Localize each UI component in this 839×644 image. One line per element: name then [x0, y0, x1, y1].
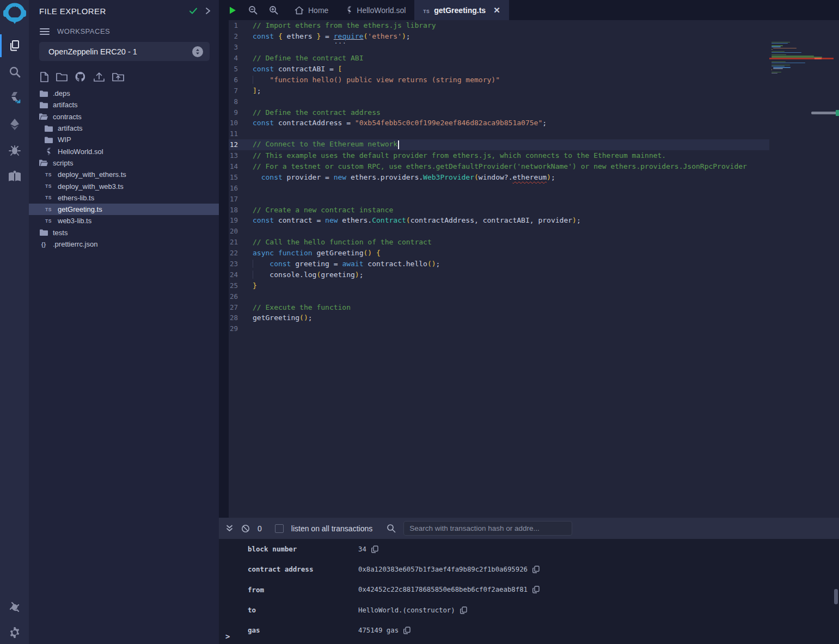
- line-number: 22: [229, 249, 253, 257]
- line-number: 21: [229, 238, 253, 246]
- code-line-9[interactable]: 9// Define the contract address: [229, 107, 769, 118]
- tree-item-wip[interactable]: WIP: [29, 134, 219, 145]
- json-file-icon: {}: [39, 241, 48, 248]
- code-line-4[interactable]: 4// Define the contract ABI: [229, 53, 769, 64]
- code-line-21[interactable]: 21// Call the hello function of the cont…: [229, 237, 769, 248]
- upload-folder-icon[interactable]: [112, 72, 124, 82]
- terminal-row-key: contract address: [248, 565, 358, 573]
- code-line-19[interactable]: 19const contract = new ethers.Contract(c…: [229, 215, 769, 226]
- tree-item-getgreeting-ts[interactable]: TSgetGreeting.ts: [29, 204, 219, 215]
- upload-file-icon[interactable]: [93, 72, 105, 82]
- code-line-12[interactable]: 12// Connect to the Ethereum network: [229, 139, 769, 150]
- line-number: 9: [229, 108, 253, 116]
- terminal-expand-icon[interactable]: [225, 524, 234, 532]
- code-line-20[interactable]: 20: [229, 226, 769, 237]
- code-line-2[interactable]: 2const { ethers } = require('ethers');: [229, 31, 769, 42]
- code-line-1[interactable]: 1// Import ethers from the ethers.js lib…: [229, 20, 769, 31]
- minimap-scrollbar[interactable]: [811, 112, 839, 114]
- line-number: 15: [229, 173, 253, 181]
- tree-item-deploy-with-ethers-ts[interactable]: TSdeploy_with_ethers.ts: [29, 169, 219, 180]
- code-line-15[interactable]: 15 const provider = new ethers.providers…: [229, 171, 769, 182]
- code-line-22[interactable]: 22async function getGreeting() {: [229, 248, 769, 259]
- code-line-29[interactable]: 29: [229, 323, 769, 334]
- typescript-file-icon: TS: [44, 195, 53, 200]
- copy-icon[interactable]: [460, 606, 467, 614]
- zoom-in-icon[interactable]: [269, 5, 278, 15]
- code-line-25[interactable]: 25}: [229, 280, 769, 291]
- code-line-14[interactable]: 14// For a testnet or custom RPC, use et…: [229, 161, 769, 172]
- tree-item--prettierrc-json[interactable]: {}.prettierrc.json: [29, 238, 219, 250]
- code-line-27[interactable]: 27// Execute the function: [229, 302, 769, 312]
- new-folder-icon[interactable]: [56, 72, 68, 82]
- tab-getgreeting-ts[interactable]: TSgetGreeting.ts✕: [414, 0, 509, 20]
- folder-icon: [44, 137, 53, 143]
- minimap-line: [771, 63, 805, 63]
- solidity-compiler-icon[interactable]: [0, 91, 29, 105]
- code-line-24[interactable]: 24 console.log(greeting);: [229, 269, 769, 280]
- code-line-26[interactable]: 26: [229, 291, 769, 302]
- code-line-7[interactable]: 7];: [229, 85, 769, 96]
- workspaces-menu-icon[interactable]: [40, 28, 50, 35]
- code-line-6[interactable]: 6 "function hello() public view returns …: [229, 74, 769, 85]
- tree-item-ethers-lib-ts[interactable]: TSethers-lib.ts: [29, 192, 219, 204]
- copy-icon[interactable]: [532, 566, 540, 573]
- tree-item-artifacts[interactable]: artifacts: [29, 99, 219, 111]
- plugin-manager-icon[interactable]: [0, 600, 29, 614]
- search-icon[interactable]: [0, 65, 29, 79]
- typescript-file-icon: TS: [44, 172, 53, 177]
- copy-icon[interactable]: [371, 545, 378, 553]
- code-line-23[interactable]: 23 const greeting = await contract.hello…: [229, 259, 769, 269]
- zoom-out-icon[interactable]: [248, 5, 258, 15]
- minimap-line: [771, 46, 781, 47]
- terminal-search-input[interactable]: [403, 521, 572, 536]
- tab-helloworld-sol[interactable]: HelloWorld.sol: [337, 0, 414, 20]
- tree-item-label: artifacts: [53, 101, 78, 109]
- learneth-icon[interactable]: [0, 169, 29, 183]
- collapse-panel-button[interactable]: [205, 7, 211, 15]
- line-number: 24: [229, 271, 253, 279]
- run-script-button[interactable]: [228, 6, 237, 15]
- new-file-icon[interactable]: [40, 72, 49, 82]
- minimap-line: [771, 72, 781, 72]
- terminal-row-value: 0x42452c22c88178685850e68beb6cf0f2aeab8f…: [358, 586, 540, 593]
- code-line-13[interactable]: 13// This example uses the default provi…: [229, 150, 769, 161]
- close-tab-icon[interactable]: ✕: [493, 6, 500, 14]
- terminal-clear-icon[interactable]: [241, 524, 250, 533]
- tree-item-tests[interactable]: tests: [29, 227, 219, 238]
- tree-item-scripts[interactable]: scripts: [29, 157, 219, 169]
- code-line-8[interactable]: 8: [229, 96, 769, 107]
- debugger-icon[interactable]: [0, 143, 29, 157]
- listen-transactions-checkbox[interactable]: [275, 524, 284, 533]
- settings-icon[interactable]: [0, 625, 29, 640]
- code-line-10[interactable]: 10const contractAddress = "0xb54febb5c0c…: [229, 118, 769, 128]
- line-number: 5: [229, 65, 253, 73]
- copy-icon[interactable]: [532, 586, 540, 593]
- code-line-5[interactable]: 5const contractABI = [: [229, 64, 769, 75]
- terminal-row-key: gas: [248, 626, 358, 634]
- tree-item-contracts[interactable]: contracts: [29, 111, 219, 122]
- publish-gist-icon[interactable]: [75, 71, 86, 82]
- tab-home[interactable]: Home: [286, 0, 337, 20]
- code-line-11[interactable]: 11: [229, 128, 769, 139]
- tree-item-web3-lib-ts[interactable]: TSweb3-lib.ts: [29, 215, 219, 226]
- code-line-28[interactable]: 28getGreeting();: [229, 312, 769, 323]
- terminal-prompt[interactable]: >: [225, 632, 230, 641]
- file-explorer-icon[interactable]: [0, 39, 29, 53]
- code-line-3[interactable]: 3: [229, 42, 769, 53]
- code-line-18[interactable]: 18// Create a new contract instance: [229, 204, 769, 215]
- deploy-run-icon[interactable]: [0, 117, 29, 131]
- code-editor[interactable]: 1// Import ethers from the ethers.js lib…: [219, 20, 839, 518]
- tree-item-helloworld-sol[interactable]: HelloWorld.sol: [29, 145, 219, 157]
- terminal-scrollbar[interactable]: [834, 589, 838, 604]
- code-text: // Define the contract address: [253, 108, 381, 116]
- tree-item-deploy-with-web3-ts[interactable]: TSdeploy_with_web3.ts: [29, 180, 219, 192]
- tree-item--deps[interactable]: .deps: [29, 88, 219, 99]
- code-line-17[interactable]: 17: [229, 193, 769, 204]
- copy-icon[interactable]: [403, 627, 411, 634]
- line-number: 20: [229, 227, 253, 235]
- remix-logo[interactable]: [0, 2, 29, 27]
- tree-item-artifacts[interactable]: artifacts: [29, 122, 219, 134]
- workspace-select[interactable]: OpenZeppelin ERC20 - 1: [39, 42, 210, 61]
- line-number: 10: [229, 119, 253, 127]
- code-line-16[interactable]: 16: [229, 182, 769, 193]
